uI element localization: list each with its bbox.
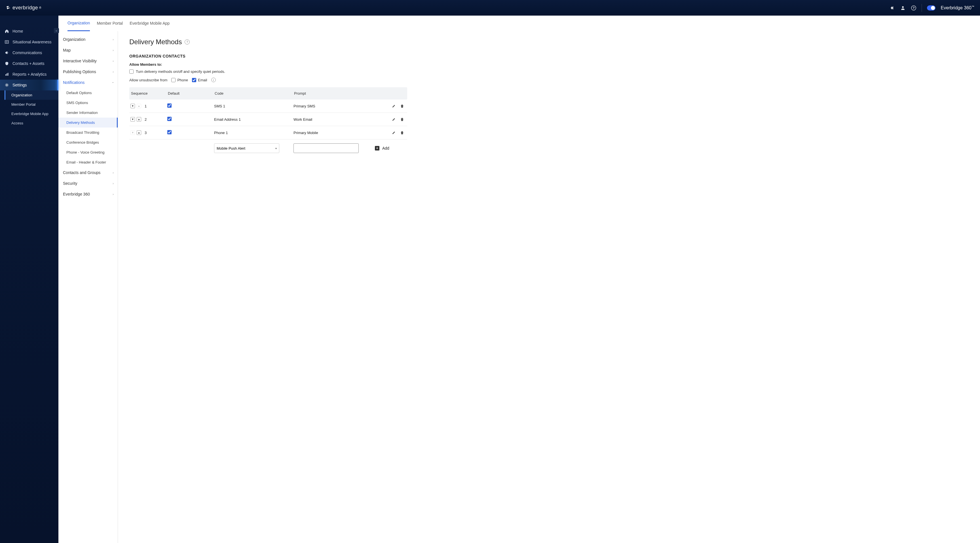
default-checkbox[interactable] [167,130,172,134]
user-icon[interactable] [900,5,906,11]
side-email-header-footer[interactable]: Email - Header & Footer [59,157,118,167]
side-phone-voice-greeting[interactable]: Phone - Voice Greeting [59,148,118,157]
side-organization[interactable]: Organization› [59,34,118,45]
chevron-right-icon: › [113,182,114,185]
side-map[interactable]: Map› [59,45,118,56]
nav-sub-access[interactable]: Access [0,119,59,128]
tab-organization[interactable]: Organization [67,16,90,31]
move-down-button: ▼ [130,130,135,135]
side-broadcast-throttling[interactable]: Broadcast Throttling [59,127,118,137]
logo: everbridge® [6,5,41,11]
move-down-button[interactable]: ▼ [130,104,135,108]
nav-home[interactable]: Home [0,26,59,37]
nav-reports[interactable]: Reports + Analytics [0,69,59,79]
phone-label: Phone [177,78,188,82]
delete-icon[interactable] [400,131,404,135]
chevron-right-icon: › [113,59,114,63]
help-circle-icon[interactable]: ? [185,40,190,44]
table-header: Sequence Default Code Prompt [129,87,407,100]
th-code: Code [214,91,293,95]
unsub-phone-checkbox[interactable] [171,78,175,82]
nav-contacts-assets[interactable]: Contacts + Assets [0,58,59,69]
svg-rect-4 [5,74,6,76]
side-conference-bridges[interactable]: Conference Bridges [59,137,118,148]
tab-mobile-app[interactable]: Everbridge Mobile App [130,16,170,30]
table-row: ▼ ▲ 2 Email Address 1 Work Email [129,113,407,126]
nav-communications[interactable]: Communications [0,47,59,58]
side-notifications[interactable]: Notifications› [59,77,118,88]
th-sequence: Sequence [130,91,167,95]
unsub-email-checkbox[interactable] [192,78,196,82]
side-everbridge-360[interactable]: Everbridge 360› [59,189,118,200]
section-heading: ORGANIZATION CONTACTS [129,54,969,59]
brand-label: Everbridge 360™ [940,5,974,11]
chart-icon [5,72,9,76]
settings-sidebar: Organization› Map› Interactive Visibilit… [59,31,118,543]
logo-registered: ® [39,6,41,10]
code-cell: Phone 1 [214,131,293,135]
prompt-cell: Work Email [293,117,375,122]
delete-icon[interactable] [400,104,404,108]
side-security[interactable]: Security› [59,178,118,189]
turn-delivery-checkbox[interactable] [129,70,134,74]
code-select[interactable]: Mobile Push Alert ▾ [214,143,279,153]
svg-point-7 [6,84,7,86]
code-cell: SMS 1 [214,104,293,108]
nav-settings[interactable]: Settings [0,79,59,90]
prompt-cell: Primary Mobile [293,131,375,135]
edit-icon[interactable] [392,117,396,122]
nav-sub-mobile-app[interactable]: Everbridge Mobile App [0,109,59,119]
table-row: ▼ ▲ 1 SMS 1 Primary SMS [129,100,407,113]
default-checkbox[interactable] [167,103,172,108]
side-interactive-visibility[interactable]: Interactive Visibility› [59,56,118,66]
mode-toggle[interactable] [927,5,935,11]
info-icon[interactable]: i [211,78,216,82]
move-up-button[interactable]: ▲ [137,130,141,135]
prompt-input[interactable] [293,143,359,153]
delete-icon[interactable] [400,117,404,122]
chevron-right-icon: › [113,48,114,52]
default-checkbox[interactable] [167,117,172,121]
chevron-right-icon: › [113,192,114,196]
tabs: Organization Member Portal Everbridge Mo… [59,16,980,31]
allow-members-label: Allow Members to: [129,62,969,67]
topbar: everbridge® ? Everbridge 360™ [0,0,980,16]
bullhorn-icon [5,51,9,55]
svg-rect-6 [8,73,8,76]
chevron-right-icon: › [113,38,114,41]
turn-delivery-label: Turn delivery methods on/off and specify… [136,70,225,74]
logo-icon [6,5,11,11]
collapse-icon[interactable] [889,5,895,11]
side-default-options[interactable]: Default Options [59,88,118,98]
page-title: Delivery Methods ? [129,38,969,46]
seq-number: 1 [145,104,146,108]
tab-member-portal[interactable]: Member Portal [97,16,123,30]
add-button[interactable]: + Add [375,146,406,151]
seq-number: 3 [145,131,146,135]
prompt-cell: Primary SMS [293,104,375,108]
awareness-icon [5,40,9,44]
move-down-button[interactable]: ▼ [130,117,135,122]
add-row: Mobile Push Alert ▾ + Add [129,140,407,157]
edit-icon[interactable] [392,104,396,108]
gear-icon [5,83,9,87]
help-icon[interactable]: ? [911,5,916,11]
chevron-down-icon: › [111,82,115,83]
side-contacts-groups[interactable]: Contacts and Groups› [59,167,118,178]
side-publishing-options[interactable]: Publishing Options› [59,66,118,77]
left-nav: « Home Situational Awareness Communicati… [0,16,59,543]
nav-sub-organization[interactable]: Organization [5,90,59,100]
move-up-button[interactable]: ▲ [137,117,141,122]
move-up-button: ▲ [137,104,141,108]
side-sender-information[interactable]: Sender Information [59,108,118,117]
th-prompt: Prompt [293,91,375,95]
nav-sub-member-portal[interactable]: Member Portal [0,100,59,109]
nav-collapse-button[interactable]: « [54,28,59,33]
side-sms-options[interactable]: SMS Options [59,98,118,108]
nav-situational[interactable]: Situational Awareness [0,37,59,47]
home-icon [5,29,9,33]
edit-icon[interactable] [392,131,396,135]
email-label: Email [198,78,207,82]
side-delivery-methods[interactable]: Delivery Methods [59,117,118,127]
separator [921,4,922,12]
